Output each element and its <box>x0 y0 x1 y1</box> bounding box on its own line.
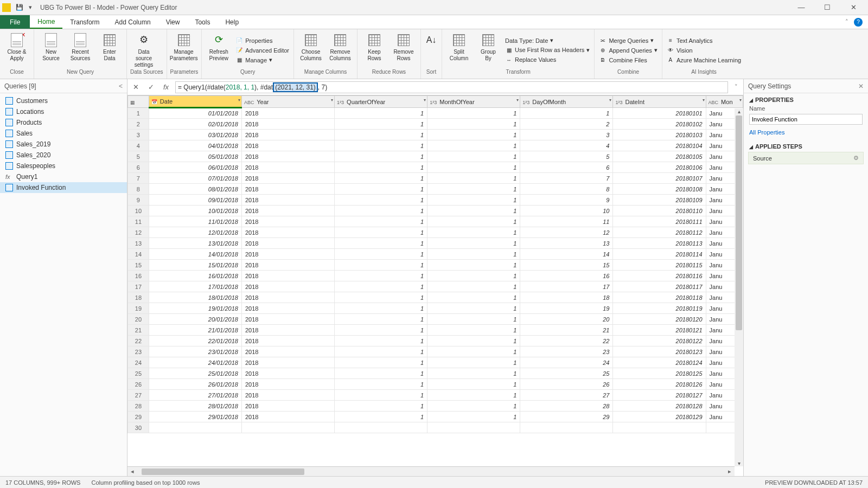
cell-dateint[interactable]: 20180123 <box>613 346 706 357</box>
data-type-button[interactable]: Data Type: Date ▾ <box>504 36 591 44</box>
cell-month[interactable]: 1 <box>427 292 520 303</box>
cell-month[interactable]: 1 <box>427 281 520 292</box>
cell-dateint[interactable]: 20180110 <box>613 206 706 216</box>
table-row[interactable]: 707/01/2018201811720180107Janu <box>128 173 743 184</box>
cell-dateint[interactable]: 20180127 <box>613 390 706 401</box>
cell-quarter[interactable]: 1 <box>335 227 427 238</box>
row-number[interactable]: 1 <box>128 108 149 119</box>
scroll-left-icon[interactable]: ◂ <box>127 468 137 475</box>
cell-year[interactable]: 2018 <box>241 249 334 260</box>
table-row[interactable]: 1414/01/20182018111420180114Janu <box>128 249 743 260</box>
cell-month[interactable]: 1 <box>427 119 520 130</box>
row-number[interactable]: 17 <box>128 281 149 292</box>
merge-queries-button[interactable]: ⫘Merge Queries ▾ <box>598 36 659 45</box>
cell-month[interactable]: 1 <box>427 357 520 368</box>
cell-quarter[interactable]: 1 <box>335 260 427 271</box>
cell-date[interactable]: 09/01/2018 <box>149 195 241 206</box>
cell-quarter[interactable]: 1 <box>335 303 427 314</box>
cell-quarter[interactable]: 1 <box>335 368 427 379</box>
query-name-input[interactable] <box>749 114 863 125</box>
cell-dateint[interactable]: 20180109 <box>613 195 706 206</box>
tab-tools[interactable]: Tools <box>187 15 218 29</box>
cell-dateint[interactable]: 20180101 <box>613 108 706 119</box>
cell-day[interactable]: 2 <box>520 119 613 130</box>
table-row[interactable]: 30 <box>128 422 743 433</box>
advanced-editor-button[interactable]: 📝Advanced Editor <box>234 46 290 55</box>
query-item-sales[interactable]: Sales <box>0 128 127 139</box>
scroll-thumb[interactable] <box>736 115 742 330</box>
cell-day[interactable]: 11 <box>520 216 613 227</box>
recent-sources-button[interactable]: Recent Sources <box>67 31 94 69</box>
remove-rows-button[interactable]: Remove Rows <box>390 31 417 69</box>
properties-button[interactable]: 📄Properties <box>234 36 290 45</box>
collapse-queries-icon[interactable]: < <box>119 82 123 90</box>
table-row[interactable]: 2626/01/20182018112620180126Janu <box>128 379 743 390</box>
row-number[interactable]: 21 <box>128 325 149 336</box>
cell-quarter[interactable] <box>335 422 427 433</box>
row-number[interactable]: 11 <box>128 216 149 227</box>
cell-dateint[interactable]: 20180124 <box>613 357 706 368</box>
cell-quarter[interactable]: 1 <box>335 140 427 151</box>
table-row[interactable]: 1818/01/20182018111820180118Janu <box>128 292 743 303</box>
table-row[interactable]: 1010/01/20182018111020180110Janu <box>128 206 743 216</box>
cell-day[interactable]: 3 <box>520 130 613 140</box>
cell-date[interactable]: 27/01/2018 <box>149 390 241 401</box>
cell-month[interactable]: 1 <box>427 130 520 140</box>
cell-quarter[interactable]: 1 <box>335 173 427 184</box>
minimize-button[interactable]: ― <box>793 3 809 11</box>
cell-month[interactable]: 1 <box>427 346 520 357</box>
text-analytics-button[interactable]: ≡Text Analytics <box>666 36 742 45</box>
filter-icon[interactable]: ▾ <box>703 98 705 102</box>
table-row[interactable]: 2424/01/20182018112420180124Janu <box>128 357 743 368</box>
cell-month[interactable]: 1 <box>427 151 520 162</box>
cell-day[interactable]: 1 <box>520 108 613 119</box>
row-number[interactable]: 13 <box>128 238 149 249</box>
row-number[interactable]: 6 <box>128 162 149 173</box>
table-row[interactable]: 2828/01/20182018112820180128Janu <box>128 401 743 412</box>
cell-quarter[interactable]: 1 <box>335 195 427 206</box>
cell-date[interactable]: 22/01/2018 <box>149 336 241 346</box>
cell-month[interactable]: 1 <box>427 108 520 119</box>
cell-date[interactable]: 16/01/2018 <box>149 271 241 281</box>
filter-icon[interactable]: ▾ <box>331 98 333 102</box>
tab-file[interactable]: File <box>0 15 30 29</box>
cell-dateint[interactable]: 20180120 <box>613 314 706 325</box>
cell-quarter[interactable]: 1 <box>335 412 427 422</box>
row-number[interactable]: 18 <box>128 292 149 303</box>
step-source[interactable]: Source ⚙ <box>748 152 864 164</box>
cell-year[interactable]: 2018 <box>241 336 334 346</box>
cell-dateint[interactable]: 20180129 <box>613 412 706 422</box>
cell-year[interactable]: 2018 <box>241 401 334 412</box>
cell-year[interactable]: 2018 <box>241 162 334 173</box>
cell-quarter[interactable]: 1 <box>335 271 427 281</box>
filter-icon[interactable]: ▾ <box>739 98 742 102</box>
cell-date[interactable]: 26/01/2018 <box>149 379 241 390</box>
cell-quarter[interactable]: 1 <box>335 379 427 390</box>
query-item-products[interactable]: Products <box>0 117 127 128</box>
row-number[interactable]: 23 <box>128 346 149 357</box>
cell-year[interactable]: 2018 <box>241 119 334 130</box>
qat-dropdown-icon[interactable]: ▾ <box>25 2 36 13</box>
hscroll-thumb[interactable] <box>142 468 304 475</box>
cell-date[interactable]: 21/01/2018 <box>149 325 241 336</box>
query-item-sales_2020[interactable]: Sales_2020 <box>0 150 127 160</box>
cell-month[interactable]: 1 <box>427 195 520 206</box>
table-row[interactable]: 2727/01/20182018112720180127Janu <box>128 390 743 401</box>
cell-date[interactable]: 04/01/2018 <box>149 140 241 151</box>
filter-icon[interactable]: ▾ <box>516 98 519 102</box>
cell-date[interactable]: 07/01/2018 <box>149 173 241 184</box>
cell-day[interactable]: 29 <box>520 412 613 422</box>
collapse-ribbon-icon[interactable]: ˄ <box>845 18 848 25</box>
cell-dateint[interactable]: 20180111 <box>613 216 706 227</box>
table-row[interactable]: 2323/01/20182018112320180123Janu <box>128 346 743 357</box>
cell-month[interactable]: 1 <box>427 162 520 173</box>
cell-dateint[interactable]: 20180119 <box>613 303 706 314</box>
combine-files-button[interactable]: 🗎Combine Files <box>598 56 659 65</box>
cell-quarter[interactable]: 1 <box>335 151 427 162</box>
vision-button[interactable]: 👁Vision <box>666 46 742 55</box>
cell-day[interactable]: 19 <box>520 303 613 314</box>
cell-month[interactable]: 1 <box>427 249 520 260</box>
cell-day[interactable]: 17 <box>520 281 613 292</box>
cell-date[interactable]: 23/01/2018 <box>149 346 241 357</box>
grid-corner[interactable]: ▦ <box>128 96 149 108</box>
